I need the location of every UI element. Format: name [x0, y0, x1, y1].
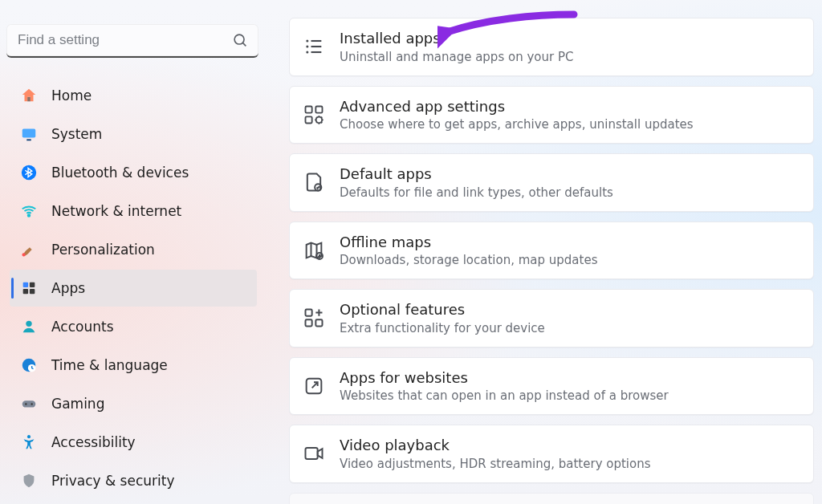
globe-clock-icon [19, 356, 39, 375]
sidebar-item-label: Privacy & security [51, 473, 175, 489]
sidebar-item-label: Time & language [51, 357, 168, 373]
sidebar-item-network[interactable]: Network & internet [10, 193, 257, 230]
card-default-apps[interactable]: Default apps Defaults for file and link … [289, 153, 814, 212]
sidebar-item-personalization[interactable]: Personalization [10, 231, 257, 268]
sidebar-item-privacy[interactable]: Privacy & security [10, 462, 257, 499]
sidebar-item-label: Personalization [51, 242, 155, 258]
svg-point-0 [234, 35, 244, 44]
card-offline-maps[interactable]: Offline maps Downloads, storage location… [289, 222, 814, 280]
bluetooth-icon [19, 163, 39, 182]
wifi-icon [19, 201, 39, 221]
svg-point-19 [306, 40, 308, 43]
card-subtitle: Downloads, storage location, map updates [340, 253, 799, 267]
card-subtitle: Extra functionality for your device [340, 321, 799, 335]
svg-rect-11 [30, 289, 35, 294]
sidebar-item-label: Network & internet [51, 203, 181, 219]
search-icon [231, 31, 249, 49]
sidebar-nav: Home System Bluetooth & devices Network … [5, 77, 262, 504]
sidebar-item-time[interactable]: Time & language [10, 347, 257, 384]
sidebar-item-label: Apps [51, 280, 85, 296]
card-startup[interactable]: Startup [289, 493, 814, 505]
svg-point-7 [22, 253, 25, 256]
svg-rect-4 [26, 139, 31, 140]
svg-rect-2 [27, 97, 31, 102]
card-title: Installed apps [340, 30, 799, 48]
sidebar-item-label: Accounts [51, 319, 114, 335]
svg-rect-32 [306, 320, 312, 327]
svg-point-6 [28, 214, 31, 217]
sidebar-item-bluetooth[interactable]: Bluetooth & devices [10, 154, 257, 191]
sidebar-item-label: Accessibility [51, 434, 136, 450]
search-wrap [5, 24, 262, 66]
card-title: Default apps [340, 165, 799, 184]
sidebar-item-apps[interactable]: Apps [10, 270, 257, 307]
card-subtitle: Websites that can open in an app instead… [340, 388, 799, 403]
card-apps-for-websites[interactable]: Apps for websites Websites that can open… [289, 357, 814, 416]
card-title: Optional features [340, 301, 799, 319]
card-title: Offline maps [340, 234, 799, 252]
settings-card-list: Installed apps Uninstall and manage apps… [289, 18, 814, 504]
card-subtitle: Uninstall and manage apps on your PC [340, 50, 799, 64]
home-icon [19, 86, 39, 105]
list-icon [303, 35, 325, 58]
search-input[interactable] [18, 32, 223, 48]
svg-rect-15 [22, 400, 36, 407]
sidebar-item-accounts[interactable]: Accounts [10, 308, 257, 345]
svg-rect-8 [23, 282, 28, 287]
svg-rect-26 [315, 106, 322, 112]
card-subtitle: Defaults for file and link types, other … [340, 185, 799, 200]
sidebar-item-label: Home [51, 87, 92, 104]
titlebar-strip [0, 0, 822, 10]
svg-line-1 [243, 43, 246, 47]
svg-rect-31 [306, 310, 312, 316]
open-external-icon [303, 375, 325, 397]
card-video-playback[interactable]: Video playback Video adjustments, HDR st… [289, 425, 814, 483]
main-panel: Installed apps Uninstall and manage apps… [265, 10, 822, 504]
sidebar: Home System Bluetooth & devices Network … [0, 10, 265, 504]
page-check-icon [303, 171, 325, 193]
svg-rect-10 [23, 289, 28, 294]
sidebar-item-home[interactable]: Home [10, 77, 257, 114]
paintbrush-icon [19, 240, 39, 259]
sidebar-item-accessibility[interactable]: Accessibility [10, 424, 257, 461]
sidebar-item-gaming[interactable]: Gaming [10, 385, 257, 422]
svg-point-23 [306, 51, 308, 54]
card-title: Video playback [340, 437, 799, 455]
sidebar-item-system[interactable]: System [10, 116, 257, 152]
svg-point-17 [31, 403, 32, 404]
svg-rect-35 [306, 448, 318, 459]
card-subtitle: Choose where to get apps, archive apps, … [340, 117, 799, 132]
video-icon [303, 442, 325, 465]
card-title: Advanced app settings [340, 98, 799, 116]
card-title: Apps for websites [340, 369, 799, 388]
sidebar-item-label: Gaming [51, 396, 104, 412]
search-box[interactable] [6, 24, 258, 58]
card-subtitle: Video adjustments, HDR streaming, batter… [340, 457, 799, 471]
svg-point-12 [26, 321, 31, 327]
card-advanced-app-settings[interactable]: Advanced app settings Choose where to ge… [289, 86, 814, 144]
gamepad-icon [19, 394, 39, 413]
grid-gear-icon [303, 104, 325, 126]
shield-icon [19, 471, 39, 490]
svg-point-18 [27, 435, 31, 438]
system-icon [19, 124, 39, 144]
svg-rect-27 [306, 116, 312, 123]
svg-rect-25 [306, 106, 312, 112]
svg-point-21 [306, 46, 308, 48]
svg-rect-9 [30, 282, 35, 287]
sidebar-item-label: System [51, 126, 102, 142]
app-layout: Home System Bluetooth & devices Network … [0, 10, 822, 504]
svg-rect-3 [22, 129, 36, 138]
svg-rect-33 [315, 320, 322, 327]
grid-plus-icon [303, 307, 325, 329]
svg-point-16 [25, 403, 26, 404]
card-optional-features[interactable]: Optional features Extra functionality fo… [289, 289, 814, 348]
sidebar-item-label: Bluetooth & devices [51, 165, 189, 181]
sidebar-item-windows-update[interactable]: Windows Update [10, 501, 257, 504]
person-icon [19, 317, 39, 336]
apps-icon [19, 278, 39, 298]
map-download-icon [303, 239, 325, 262]
card-installed-apps[interactable]: Installed apps Uninstall and manage apps… [289, 18, 814, 76]
accessibility-icon [19, 433, 39, 452]
